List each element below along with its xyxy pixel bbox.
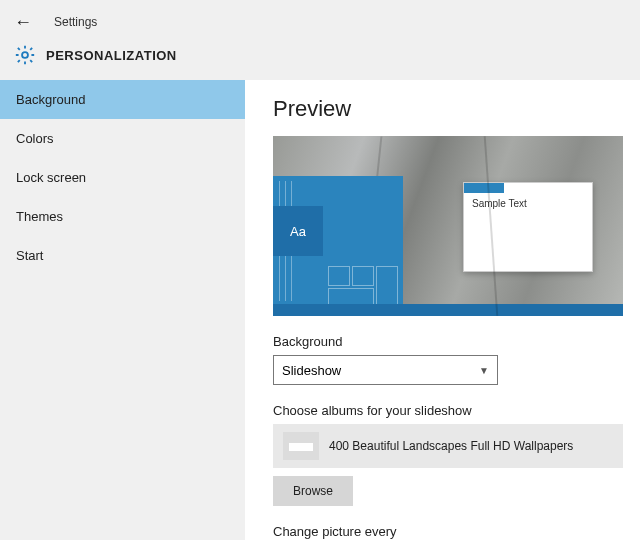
background-select[interactable]: Slideshow ▼ [273, 355, 498, 385]
preview-window-text: Sample Text [464, 193, 592, 214]
preview-window-titlebar [464, 183, 504, 193]
album-item[interactable]: 400 Beautiful Landscapes Full HD Wallpap… [273, 424, 623, 468]
page-title: PERSONALIZATION [46, 48, 177, 63]
sidebar-item-lock-screen[interactable]: Lock screen [0, 158, 245, 197]
preview-heading: Preview [273, 96, 612, 122]
sidebar-item-label: Themes [16, 209, 63, 224]
topbar-title: Settings [54, 15, 97, 29]
browse-button-label: Browse [293, 484, 333, 498]
preview-tile-text: Aa [290, 224, 306, 239]
albums-label: Choose albums for your slideshow [273, 403, 612, 418]
gear-icon [14, 44, 36, 66]
sidebar-item-start[interactable]: Start [0, 236, 245, 275]
interval-label: Change picture every [273, 524, 612, 539]
preview-window: Sample Text [463, 182, 593, 272]
preview-tile [352, 266, 374, 286]
sidebar-item-label: Lock screen [16, 170, 86, 185]
background-select-value: Slideshow [282, 363, 341, 378]
album-name: 400 Beautiful Landscapes Full HD Wallpap… [329, 439, 573, 453]
preview-taskbar [273, 304, 623, 316]
body: Background Colors Lock screen Themes Sta… [0, 80, 640, 540]
svg-point-0 [22, 52, 28, 58]
preview-tile-aa: Aa [273, 206, 323, 256]
sidebar-item-themes[interactable]: Themes [0, 197, 245, 236]
sidebar-item-label: Background [16, 92, 85, 107]
preview-tile [328, 266, 350, 286]
back-arrow-icon[interactable]: ← [14, 12, 32, 33]
main-content: Preview Aa Sample Text Background [245, 80, 640, 540]
browse-button[interactable]: Browse [273, 476, 353, 506]
preview-small-tiles [328, 266, 400, 308]
preview-start-panel: Aa [273, 176, 403, 316]
sidebar-item-background[interactable]: Background [0, 80, 245, 119]
sidebar-item-colors[interactable]: Colors [0, 119, 245, 158]
sidebar: Background Colors Lock screen Themes Sta… [0, 80, 245, 540]
sidebar-item-label: Start [16, 248, 43, 263]
background-label: Background [273, 334, 612, 349]
desktop-preview: Aa Sample Text [273, 136, 623, 316]
page-header: PERSONALIZATION [0, 44, 640, 80]
preview-tile [376, 266, 398, 308]
album-thumbnail-icon [283, 432, 319, 460]
chevron-down-icon: ▼ [479, 365, 489, 376]
topbar: ← Settings [0, 0, 640, 44]
sidebar-item-label: Colors [16, 131, 54, 146]
